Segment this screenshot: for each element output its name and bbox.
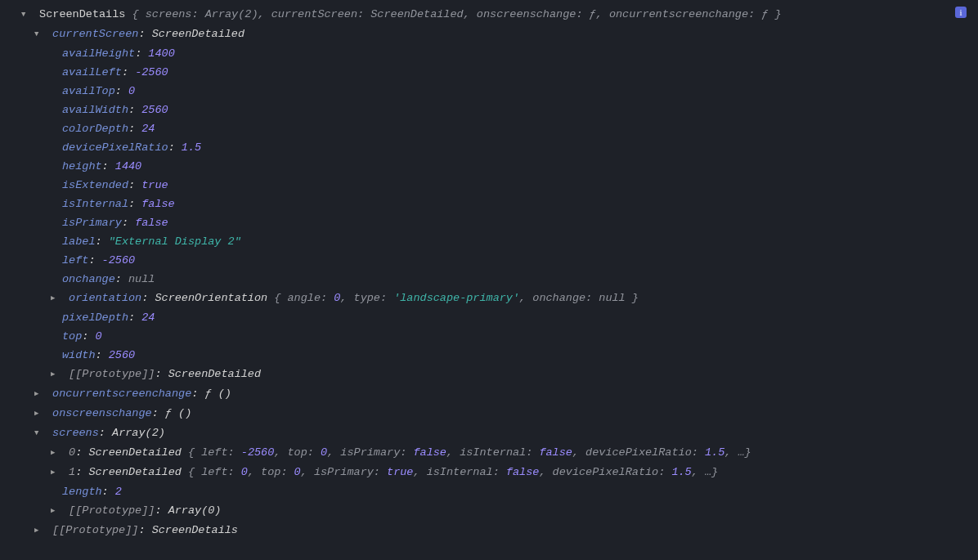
prop-value: 24	[141, 311, 155, 324]
prop-key: onchange	[62, 273, 115, 285]
prop-row[interactable]: isPrimary: false	[0, 213, 978, 232]
brace-close: }	[774, 8, 781, 20]
prop-value: "External Display 2"	[109, 235, 241, 248]
prop-key: width	[62, 349, 96, 361]
info-icon[interactable]: i	[955, 7, 967, 18]
oncurrentscreenchange-row[interactable]: ▶ oncurrentscreenchange: ƒ ()	[0, 384, 978, 404]
prototype-row[interactable]: ▶ [[Prototype]]: Array(0)	[0, 501, 978, 521]
prop-type: ScreenDetailed	[88, 446, 181, 459]
chevron-down-icon[interactable]: ▼	[21, 6, 33, 25]
prop-value: null	[128, 273, 155, 285]
chevron-right-icon[interactable]: ▶	[34, 405, 46, 423]
screens-row[interactable]: ▼ screens: Array(2)	[0, 423, 978, 443]
prototype-row[interactable]: ▶ [[Prototype]]: ScreenDetails	[0, 521, 978, 540]
chevron-down-icon[interactable]: ▼	[34, 25, 46, 44]
orientation-row[interactable]: ▶ orientation: ScreenOrientation { angle…	[0, 289, 978, 308]
prop-value: 2560	[109, 349, 135, 361]
prop-value: 0	[96, 330, 102, 343]
prop-value: 0	[128, 85, 135, 97]
array-index: 1	[69, 466, 75, 478]
summary-key: oncurrentscreenchange	[609, 8, 748, 20]
summary-key: type	[354, 292, 380, 304]
proto-value: ScreenDetailed	[168, 368, 261, 380]
prop-type: ScreenDetailed	[88, 466, 181, 478]
prop-value: 1400	[148, 47, 174, 60]
prop-value: false	[135, 217, 168, 229]
prop-value: 2560	[141, 104, 168, 116]
onscreenschange-row[interactable]: ▶ onscreenschange: ƒ ()	[0, 404, 978, 423]
prop-row[interactable]: devicePixelRatio: 1.5	[0, 138, 978, 157]
chevron-down-icon[interactable]: ▼	[34, 424, 46, 443]
prop-row[interactable]: colorDepth: 24	[0, 119, 978, 138]
prop-key: availWidth	[62, 104, 128, 116]
prop-key: devicePixelRatio	[62, 141, 168, 154]
proto-key: [[Prototype]]	[52, 524, 138, 536]
prop-row[interactable]: isExtended: true	[0, 176, 978, 195]
chevron-right-icon[interactable]: ▶	[51, 444, 62, 463]
prop-key: isPrimary	[62, 217, 122, 229]
prop-row[interactable]: onchange: null	[0, 270, 978, 289]
prop-value: true	[141, 179, 168, 191]
prop-key: height	[62, 160, 102, 172]
length-row[interactable]: length: 2	[0, 482, 978, 501]
summary-key: currentScreen	[271, 8, 357, 20]
prop-key: top	[62, 330, 82, 343]
chevron-right-icon[interactable]: ▶	[51, 289, 62, 308]
prop-value: ƒ ()	[204, 388, 231, 400]
prop-row[interactable]: availLeft: -2560	[0, 63, 978, 82]
prop-row[interactable]: availTop: 0	[0, 82, 978, 101]
prop-type: ScreenOrientation	[155, 292, 267, 304]
prop-row[interactable]: left: -2560	[0, 251, 978, 270]
array-item-row[interactable]: ▶ 1: ScreenDetailed { left: 0, top: 0, i…	[0, 463, 978, 482]
summary-key: angle	[288, 292, 321, 304]
root-class-name: ScreenDetails	[39, 8, 125, 20]
prop-key: label	[62, 235, 96, 248]
brace-open: {	[132, 8, 139, 20]
proto-value: ScreenDetails	[152, 524, 238, 536]
chevron-right-icon[interactable]: ▶	[51, 365, 62, 384]
summary-val: ScreenDetailed	[370, 8, 463, 20]
chevron-right-icon[interactable]: ▶	[34, 385, 46, 404]
prop-key: screens	[52, 427, 99, 439]
prop-value: 1440	[115, 160, 141, 172]
proto-value: Array(0)	[168, 504, 222, 517]
prop-key: orientation	[69, 292, 141, 304]
chevron-right-icon[interactable]: ▶	[51, 464, 62, 482]
prop-row[interactable]: top: 0	[0, 327, 978, 346]
chevron-right-icon[interactable]: ▶	[51, 502, 62, 521]
prop-row[interactable]: height: 1440	[0, 157, 978, 176]
prop-row[interactable]: width: 2560	[0, 346, 978, 365]
prop-row[interactable]: pixelDepth: 24	[0, 308, 978, 327]
summary-val: 'landscape-primary'	[393, 292, 519, 304]
prop-row[interactable]: label: "External Display 2"	[0, 232, 978, 251]
summary-val: Array(2)	[205, 8, 258, 20]
prop-key: isExtended	[62, 179, 128, 191]
prop-key: currentScreen	[52, 28, 138, 40]
prop-key: length	[62, 486, 102, 498]
prop-value: 2	[115, 486, 122, 498]
prop-key: availTop	[62, 85, 115, 97]
array-item-row[interactable]: ▶ 0: ScreenDetailed { left: -2560, top: …	[0, 443, 978, 463]
prop-key: onscreenschange	[52, 407, 152, 419]
current-screen-row[interactable]: ▼ currentScreen: ScreenDetailed	[0, 25, 978, 44]
prop-key: availHeight	[62, 47, 135, 60]
summary-key: onscreenschange	[477, 8, 576, 20]
chevron-right-icon[interactable]: ▶	[34, 522, 46, 540]
prop-row[interactable]: availHeight: 1400	[0, 44, 978, 63]
summary-val: ƒ	[590, 8, 596, 20]
prop-row[interactable]: availWidth: 2560	[0, 101, 978, 119]
prop-value: -2560	[135, 66, 168, 78]
console-object-tree: i ▼ ScreenDetails { screens: Array(2), c…	[0, 0, 978, 545]
prop-key: pixelDepth	[62, 311, 128, 324]
prop-type: ScreenDetailed	[152, 28, 244, 40]
prop-key: isInternal	[62, 198, 128, 210]
prototype-row[interactable]: ▶ [[Prototype]]: ScreenDetailed	[0, 365, 978, 384]
proto-key: [[Prototype]]	[69, 368, 155, 380]
prop-value: false	[141, 198, 175, 210]
prop-key: oncurrentscreenchange	[52, 388, 191, 400]
prop-value: ƒ ()	[165, 407, 191, 419]
root-row[interactable]: ▼ ScreenDetails { screens: Array(2), cur…	[0, 5, 978, 25]
prop-row[interactable]: isInternal: false	[0, 195, 978, 213]
summary-key: onchange	[532, 292, 585, 304]
prop-value: -2560	[102, 254, 136, 267]
